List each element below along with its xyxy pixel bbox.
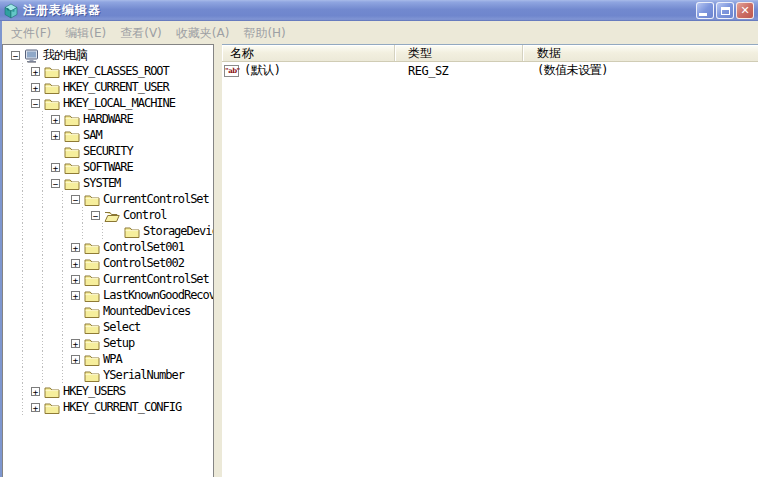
expand-toggle-icon[interactable]: +: [31, 83, 40, 92]
folder-icon: [84, 352, 100, 366]
expand-toggle-icon[interactable]: +: [51, 163, 60, 172]
tree-guide-line: [11, 399, 31, 415]
value-type-cell: REG_SZ: [395, 64, 523, 78]
menu-item-favorites[interactable]: 收藏夹(A): [169, 22, 237, 44]
tree-guide-line: [31, 239, 51, 255]
value-name-cell[interactable]: (默认): [222, 62, 395, 79]
tree-item[interactable]: YSerialNumber: [3, 367, 213, 383]
tree-item-label: CurrentControlSet: [103, 272, 209, 286]
collapse-toggle-icon[interactable]: −: [91, 211, 100, 220]
menu-item-file[interactable]: 文件(F): [4, 22, 58, 44]
expand-toggle-icon[interactable]: +: [71, 291, 80, 300]
expand-toggle-icon[interactable]: +: [31, 403, 40, 412]
tree-item[interactable]: +HKEY_CURRENT_USER: [3, 79, 213, 95]
registry-editor-window: 注册表编辑器 ✕ 文件(F)编辑(E)查看(V)收藏夹(A)帮助(H) −我的电…: [0, 0, 758, 477]
expand-toggle-icon[interactable]: +: [31, 387, 40, 396]
tree-item[interactable]: −CurrentControlSet: [3, 191, 213, 207]
folder-icon: [84, 192, 100, 206]
menu-item-help[interactable]: 帮助(H): [236, 22, 292, 44]
tree-guide-line: [31, 319, 51, 335]
tree-item[interactable]: −我的电脑: [3, 47, 213, 63]
column-header-data[interactable]: 数据: [523, 45, 758, 61]
tree-item[interactable]: +CurrentControlSet: [3, 271, 213, 287]
tree-item[interactable]: MountedDevices: [3, 303, 213, 319]
close-button[interactable]: ✕: [736, 2, 754, 19]
tree-item-label: Control: [123, 208, 167, 222]
tree-item[interactable]: +WPA: [3, 351, 213, 367]
tree-guide-line: [11, 175, 31, 191]
tree-item[interactable]: SECURITY: [3, 143, 213, 159]
tree-item[interactable]: +HKEY_CURRENT_CONFIG: [3, 399, 213, 415]
collapse-toggle-icon[interactable]: −: [11, 51, 20, 60]
expand-toggle-icon[interactable]: +: [71, 259, 80, 268]
toggle-spacer: [111, 227, 120, 236]
minimize-button[interactable]: [696, 2, 714, 19]
tree-guide-line: [51, 303, 71, 319]
tree-item-label: YSerialNumber: [103, 368, 184, 382]
expand-toggle-icon[interactable]: +: [71, 243, 80, 252]
toggle-spacer: [71, 371, 80, 380]
expand-toggle-icon[interactable]: +: [71, 339, 80, 348]
toggle-spacer: [71, 323, 80, 332]
tree-item[interactable]: +ControlSet002: [3, 255, 213, 271]
tree-item[interactable]: +HARDWARE: [3, 111, 213, 127]
tree-item-label: SOFTWARE: [83, 160, 133, 174]
expand-toggle-icon[interactable]: +: [51, 115, 60, 124]
tree-guide-line: [51, 367, 71, 383]
collapse-toggle-icon[interactable]: −: [51, 179, 60, 188]
tree-guide-line: [11, 207, 31, 223]
list-header: 名称类型数据: [222, 45, 758, 62]
tree-guide-line: [51, 351, 71, 367]
close-icon: ✕: [740, 5, 749, 16]
menu-item-edit[interactable]: 编辑(E): [58, 22, 113, 44]
tree-guide-line: [11, 159, 31, 175]
column-header-type[interactable]: 类型: [395, 45, 523, 61]
tree-item[interactable]: −SYSTEM: [3, 175, 213, 191]
tree-item-label: CurrentControlSet: [103, 192, 209, 206]
maximize-button[interactable]: [716, 2, 734, 19]
tree-guide-line: [51, 239, 71, 255]
tree-item-label: MountedDevices: [103, 304, 190, 318]
tree-item[interactable]: +SOFTWARE: [3, 159, 213, 175]
collapse-toggle-icon[interactable]: −: [71, 195, 80, 204]
collapse-toggle-icon[interactable]: −: [31, 99, 40, 108]
tree-guide-line: [11, 63, 31, 79]
value-data-cell: (数值未设置): [523, 62, 758, 79]
tree-item-label: SECURITY: [83, 144, 133, 158]
tree-guide-line: [51, 255, 71, 271]
tree-item[interactable]: +SAM: [3, 127, 213, 143]
tree-item-label: HKEY_LOCAL_MACHINE: [63, 96, 175, 110]
folder-icon: [64, 128, 80, 142]
tree-guide-line: [11, 79, 31, 95]
tree-item-label: ControlSet002: [103, 256, 184, 270]
tree-item[interactable]: StorageDevice: [3, 223, 213, 239]
tree-item[interactable]: +LastKnownGoodRecover: [3, 287, 213, 303]
pane-splitter[interactable]: [214, 44, 222, 477]
tree-item[interactable]: +HKEY_USERS: [3, 383, 213, 399]
folder-icon: [84, 288, 100, 302]
tree-guide-line: [31, 223, 51, 239]
menu-item-view[interactable]: 查看(V): [113, 22, 169, 44]
tree-item-label: HKEY_CURRENT_USER: [63, 80, 169, 94]
tree-item[interactable]: +Setup: [3, 335, 213, 351]
expand-toggle-icon[interactable]: +: [71, 275, 80, 284]
tree-guide-line: [31, 111, 51, 127]
tree-item[interactable]: −HKEY_LOCAL_MACHINE: [3, 95, 213, 111]
registry-value-row[interactable]: (默认)REG_SZ(数值未设置): [222, 62, 758, 79]
column-header-name[interactable]: 名称: [222, 45, 395, 61]
tree-item[interactable]: Select: [3, 319, 213, 335]
tree-item[interactable]: −Control: [3, 207, 213, 223]
tree-guide-line: [51, 191, 71, 207]
tree-guide-line: [51, 319, 71, 335]
tree-item[interactable]: +ControlSet001: [3, 239, 213, 255]
titlebar[interactable]: 注册表编辑器 ✕: [0, 0, 758, 21]
tree-guide-line: [11, 335, 31, 351]
expand-toggle-icon[interactable]: +: [31, 67, 40, 76]
tree-guide-line: [11, 127, 31, 143]
tree-item-label: HKEY_USERS: [63, 384, 125, 398]
expand-toggle-icon[interactable]: +: [71, 355, 80, 364]
tree-item[interactable]: +HKEY_CLASSES_ROOT: [3, 63, 213, 79]
folder-icon: [84, 336, 100, 350]
tree-guide-line: [11, 111, 31, 127]
expand-toggle-icon[interactable]: +: [51, 131, 60, 140]
